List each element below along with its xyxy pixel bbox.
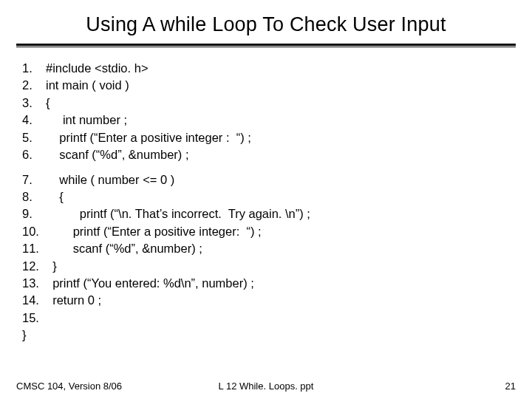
code-line: 14. return 0 ;: [22, 292, 516, 309]
code-line: 12. }: [22, 258, 516, 275]
code-line: 1.#include <stdio. h>: [22, 60, 516, 77]
code-line: 4. int number ;: [22, 112, 516, 129]
code-line: 6. scanf (“%d”, &number) ;: [22, 146, 516, 163]
code-line: 9. printf (“\n. That’s incorrect. Try ag…: [22, 205, 516, 222]
code-line: 7. while ( number <= 0 ): [22, 171, 516, 188]
footer-center: L 12 While. Loops. ppt: [16, 381, 516, 392]
code-block-2: 7. while ( number <= 0 ) 8. { 9. printf …: [16, 171, 516, 344]
code-line: 3.{: [22, 95, 516, 112]
title-divider: [16, 44, 516, 48]
code-line: 5. printf (“Enter a positive integer : “…: [22, 129, 516, 146]
code-line: 11. scanf (“%d”, &number) ;: [22, 240, 516, 257]
slide: Using A while Loop To Check User Input 1…: [0, 0, 532, 399]
code-line: 8. {: [22, 188, 516, 205]
code-line: 2.int main ( void ): [22, 77, 516, 94]
code-line: 13. printf (“You entered: %d\n”, number)…: [22, 275, 516, 292]
slide-title: Using A while Loop To Check User Input: [16, 13, 516, 36]
code-block-1: 1.#include <stdio. h> 2.int main ( void …: [16, 60, 516, 164]
slide-footer: CMSC 104, Version 8/06 L 12 While. Loops…: [16, 381, 516, 392]
code-line: 15. }: [22, 310, 516, 344]
code-line: 10. printf (“Enter a positive integer: “…: [22, 223, 516, 240]
